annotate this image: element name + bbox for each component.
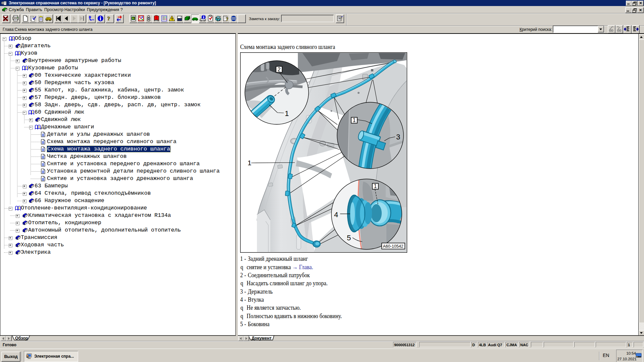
svg-text:3: 3: [396, 133, 400, 141]
svg-text:1: 1: [248, 159, 252, 167]
svg-text:1: 1: [353, 117, 356, 123]
svg-text:Обзор: Обзор: [15, 336, 28, 341]
svg-text:5: 5: [347, 234, 351, 242]
svg-text:1: 1: [374, 183, 377, 189]
svg-text:?: ?: [107, 15, 110, 22]
svg-text:4: 4: [334, 210, 338, 219]
svg-text:1: 1: [285, 109, 289, 118]
svg-text:?: ?: [226, 17, 228, 22]
svg-text:2: 2: [278, 67, 281, 72]
svg-text:Документ: Документ: [252, 336, 272, 341]
svg-text:A60-10542: A60-10542: [383, 244, 403, 249]
